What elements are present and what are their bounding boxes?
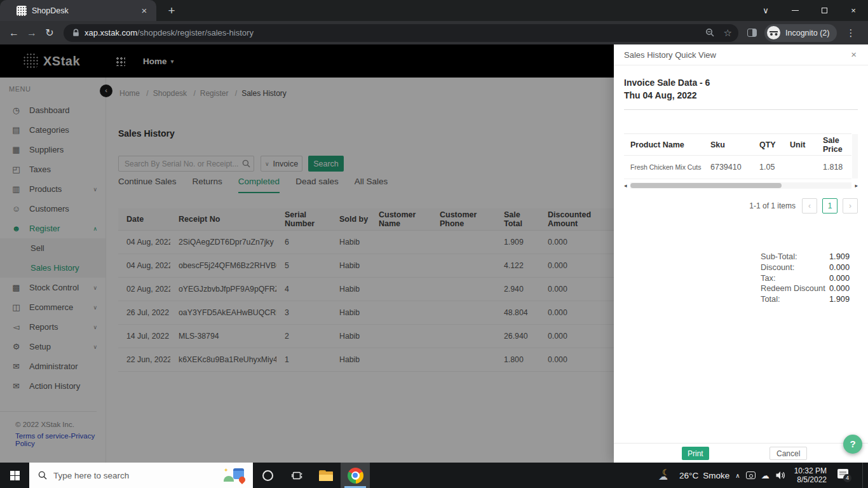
next-page-button[interactable]: ›	[843, 198, 858, 214]
taskbar-search-input[interactable]	[53, 471, 224, 480]
cloud-icon: ☁	[658, 471, 668, 482]
tab-search-icon[interactable]: ∨	[751, 0, 780, 21]
invoice-items-table-wrap: Product NameSkuQTYUnitSale Price Fresh C…	[624, 133, 858, 179]
weather-condition[interactable]: Smoke	[703, 471, 729, 480]
weather-temp[interactable]: 26°C	[679, 471, 698, 480]
meet-now-icon[interactable]	[746, 471, 756, 479]
window-controls: ∨ ×	[751, 0, 868, 21]
cancel-button[interactable]: Cancel	[770, 447, 807, 460]
cell-sale-price: 1.818	[817, 156, 851, 179]
total-value: 1.909	[829, 252, 850, 262]
zoom-icon[interactable]	[705, 28, 715, 37]
invoice-table-header-cell: QTY	[753, 134, 783, 156]
cell-sku: 6739410	[704, 156, 753, 179]
start-button[interactable]	[0, 463, 29, 488]
total-label: Discount:	[761, 262, 794, 273]
system-tray: ☾ ☁ 26°C Smoke ∧ ☁ 10:32 PM 8/5/2022 4	[658, 463, 865, 488]
browser-titlebar: ShopDesk × + ∨ ×	[0, 0, 868, 21]
prev-page-button[interactable]: ‹	[802, 198, 817, 214]
taskbar-search-box[interactable]: ✦	[29, 463, 253, 488]
browser-menu-icon[interactable]: ⋮	[846, 27, 855, 39]
chrome-taskbar-button[interactable]	[341, 463, 370, 488]
notification-badge: 4	[843, 474, 851, 482]
total-label: Redeem Discount	[761, 283, 825, 294]
file-explorer-button[interactable]	[311, 463, 341, 488]
page-viewport: XStak Home ▾ MENU ◷ Dashboard ▤	[0, 44, 868, 463]
task-view-icon	[292, 471, 302, 480]
browser-tab[interactable]: ShopDesk ×	[0, 0, 156, 21]
chrome-icon	[348, 468, 363, 484]
new-tab-button[interactable]: +	[164, 3, 179, 18]
incognito-icon	[767, 26, 780, 39]
total-value: 0.000	[829, 283, 850, 294]
invoice-table-row: Fresh Chicken Mix Cuts 6739410 1.05 1.81…	[624, 156, 851, 179]
page-1-button[interactable]: 1	[822, 198, 837, 214]
tab-title: ShopDesk	[32, 6, 139, 15]
volume-icon[interactable]	[775, 471, 786, 480]
cortana-icon	[262, 470, 273, 481]
side-panel-icon[interactable]	[747, 29, 757, 37]
scrollbar-track[interactable]	[630, 182, 851, 189]
vertical-scrollbar[interactable]	[852, 134, 858, 179]
url-path: /shopdesk/register/sales-history	[137, 28, 254, 37]
close-button[interactable]: ×	[839, 0, 868, 21]
scroll-right-icon[interactable]: ▸	[851, 183, 858, 189]
drawer-title: Sales History Quick View	[624, 50, 716, 60]
pagination-summary: 1-1 of 1 items	[749, 201, 796, 210]
clock-date: 8/5/2022	[797, 475, 827, 484]
browser-toolbar: ← → ↻ xap.xstak.com/shopdesk/register/sa…	[0, 21, 868, 44]
cell-unit	[783, 156, 817, 179]
clock-time: 10:32 PM	[794, 466, 827, 475]
tab-close-icon[interactable]: ×	[139, 5, 150, 17]
modal-dim-overlay[interactable]	[0, 44, 614, 463]
task-view-button[interactable]	[282, 463, 311, 488]
weather-icon[interactable]: ☾ ☁	[658, 469, 674, 482]
address-bar[interactable]: xap.xstak.com/shopdesk/register/sales-hi…	[64, 24, 738, 42]
restore-icon	[822, 8, 827, 13]
invoice-items-table: Product NameSkuQTYUnitSale Price Fresh C…	[624, 133, 851, 179]
cortana-button[interactable]	[253, 463, 282, 488]
url-text: xap.xstak.com/shopdesk/register/sales-hi…	[85, 28, 696, 37]
divider	[624, 109, 858, 110]
invoice-title: Invoice Sale Data - 6	[624, 78, 710, 88]
drawer-header: Sales History Quick View ×	[614, 44, 868, 65]
cell-qty: 1.05	[753, 156, 783, 179]
folder-icon	[319, 470, 333, 481]
minimize-button[interactable]	[780, 0, 810, 21]
total-row: Sub-Total: 1.909	[761, 252, 850, 262]
onedrive-cloud-icon[interactable]: ☁	[761, 471, 770, 480]
total-row: Tax: 0.000	[761, 273, 850, 284]
invoice-date: Thu 04 Aug, 2022	[624, 90, 697, 100]
total-value: 0.000	[829, 262, 850, 273]
back-icon[interactable]: ←	[5, 27, 23, 39]
total-row: Total: 1.909	[761, 294, 850, 305]
total-value: 1.909	[829, 294, 850, 305]
incognito-label: Incognito (2)	[785, 29, 829, 37]
incognito-badge[interactable]: Incognito (2)	[764, 24, 837, 42]
total-label: Tax:	[761, 273, 775, 284]
close-icon[interactable]: ×	[851, 49, 857, 60]
scroll-left-icon[interactable]: ◂	[624, 183, 630, 189]
sparkle-icon: ✦	[224, 467, 229, 473]
shopdesk-favicon	[17, 6, 27, 16]
invoice-table-body: Fresh Chicken Mix Cuts 6739410 1.05 1.81…	[624, 156, 851, 179]
help-button[interactable]: ?	[843, 435, 862, 454]
notification-center-button[interactable]: 4	[836, 468, 851, 482]
taskbar-clock[interactable]: 10:32 PM 8/5/2022	[794, 466, 827, 484]
cell-product-name: Fresh Chicken Mix Cuts	[624, 156, 704, 179]
horizontal-scrollbar[interactable]: ◂ ▸	[624, 182, 858, 189]
tray-expand-icon[interactable]: ∧	[735, 472, 740, 479]
reload-icon[interactable]: ↻	[41, 27, 58, 39]
show-desktop-button[interactable]	[862, 463, 865, 488]
search-highlight-icon[interactable]: ✦	[224, 467, 247, 484]
forward-icon[interactable]: →	[23, 27, 41, 39]
invoice-table-header-cell: Product Name	[624, 134, 704, 156]
total-row: Redeem Discount 0.000	[761, 283, 850, 294]
windows-taskbar: ✦ ☾ ☁ 26°C Smoke ∧ ☁	[0, 463, 868, 488]
maximize-button[interactable]	[810, 0, 839, 21]
print-button[interactable]: Print	[682, 447, 709, 460]
scrollbar-thumb[interactable]	[630, 183, 782, 188]
invoice-totals: Sub-Total: 1.909 Discount: 0.000 Tax: 0.…	[761, 252, 850, 305]
invoice-table-header-cell: Sku	[704, 134, 753, 156]
bookmark-star-icon[interactable]: ☆	[724, 28, 732, 37]
